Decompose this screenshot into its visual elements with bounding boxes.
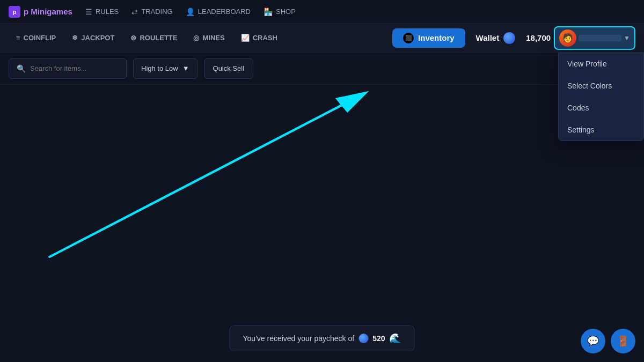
nav-crash[interactable]: 📈 CRASH	[233, 29, 285, 46]
balance-display: 18,700	[526, 33, 551, 42]
nav-coinflip[interactable]: ≡ COINFLIP	[9, 29, 63, 46]
inventory-icon: ⬛	[403, 33, 414, 43]
nav-mines[interactable]: ◎ MINES	[186, 29, 232, 46]
paycheck-coin-icon	[358, 334, 368, 343]
logo-icon: p	[9, 6, 20, 18]
quick-sell-button[interactable]: Quick Sell	[204, 58, 254, 79]
right-nav: ⬛ Inventory Wallet 18,700 🧑 ▼	[392, 26, 635, 50]
search-input[interactable]	[30, 64, 116, 72]
nav-item-trading[interactable]: ⇄ TRADING	[131, 8, 173, 16]
chat-icon: 💬	[587, 335, 599, 347]
nav-item-leaderboard[interactable]: 👤 LEADERBOARD	[186, 8, 251, 16]
profile-dropdown: View Profile Select Colors Codes Setting…	[558, 53, 644, 141]
nav-item-rules[interactable]: ☰ RULES	[85, 8, 119, 16]
leaderboard-icon: 👤	[186, 8, 195, 16]
svg-line-1	[50, 93, 364, 257]
logo-text: p Minigames	[24, 7, 72, 16]
chevron-down-icon: ▼	[624, 34, 630, 42]
sort-chevron-icon: ▼	[182, 64, 189, 72]
wallet-button[interactable]: Wallet	[469, 28, 523, 48]
trading-icon: ⇄	[131, 8, 138, 16]
dropdown-view-profile[interactable]: View Profile	[559, 53, 643, 75]
main-content: You've received your paycheck of 520 🌊 💬…	[0, 85, 644, 362]
dropdown-codes[interactable]: Codes	[559, 97, 643, 119]
inventory-button[interactable]: ⬛ Inventory	[392, 28, 465, 48]
crash-icon: 📈	[241, 34, 250, 42]
dropdown-settings[interactable]: Settings	[559, 119, 643, 141]
sort-dropdown[interactable]: High to Low ▼	[133, 58, 197, 79]
mines-icon: ◎	[193, 34, 199, 42]
toolbar: 🔍 High to Low ▼ Quick Sell	[0, 53, 644, 85]
coinflip-icon: ≡	[16, 34, 20, 42]
logo[interactable]: p p Minigames	[9, 6, 72, 18]
shop-icon: 🏪	[264, 8, 273, 16]
paycheck-banner: You've received your paycheck of 520 🌊	[230, 326, 415, 351]
second-nav: ≡ COINFLIP ❄ JACKPOT ⊗ ROULETTE ◎ MINES …	[0, 24, 644, 53]
nav-item-shop[interactable]: 🏪 SHOP	[264, 8, 296, 16]
game-nav: ≡ COINFLIP ❄ JACKPOT ⊗ ROULETTE ◎ MINES …	[9, 29, 392, 46]
rules-icon: ☰	[85, 8, 92, 16]
nav-roulette[interactable]: ⊗ ROULETTE	[123, 29, 185, 46]
nav-jackpot[interactable]: ❄ JACKPOT	[64, 29, 122, 46]
search-icon: 🔍	[17, 64, 26, 73]
door-icon: 🚪	[617, 335, 629, 347]
chat-button[interactable]: 💬	[581, 329, 605, 353]
bottom-right-buttons: 💬 🚪	[581, 329, 635, 353]
username-bar	[579, 35, 621, 41]
search-box[interactable]: 🔍	[9, 58, 127, 79]
roulette-icon: ⊗	[130, 34, 136, 42]
annotation-arrow	[0, 85, 386, 310]
avatar: 🧑	[559, 29, 576, 47]
jackpot-icon: ❄	[72, 34, 78, 42]
profile-button[interactable]: 🧑 ▼	[554, 26, 635, 50]
top-nav: p p Minigames ☰ RULES ⇄ TRADING 👤 LEADER…	[0, 0, 644, 24]
paycheck-wave-icon: 🌊	[389, 333, 401, 344]
wallet-coin-icon	[503, 32, 515, 44]
dropdown-select-colors[interactable]: Select Colors	[559, 75, 643, 97]
exit-button[interactable]: 🚪	[611, 329, 635, 353]
